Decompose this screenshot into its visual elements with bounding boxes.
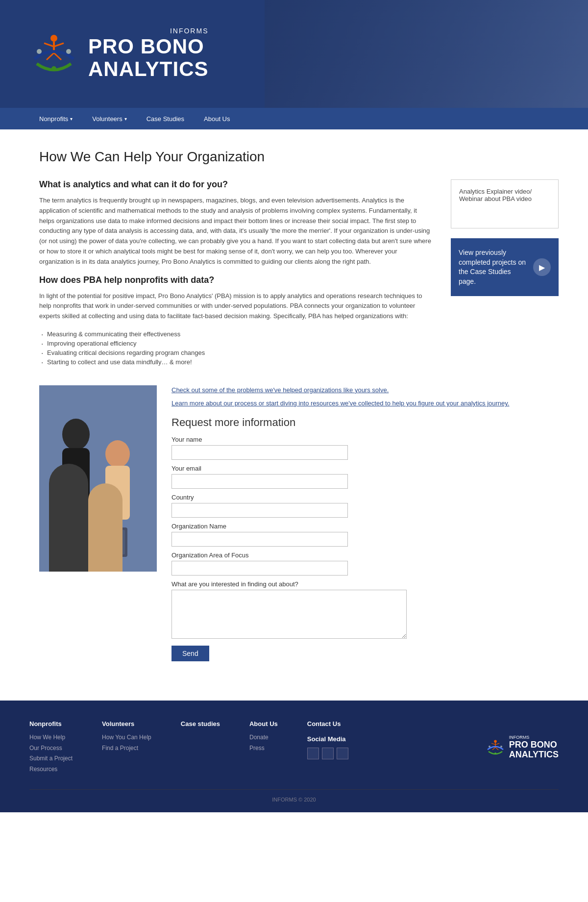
page-title: How We Can Help Your Organization <box>39 149 559 165</box>
sidebar-case-studies-box[interactable]: View previously completed projects on th… <box>451 238 559 296</box>
input-org-name[interactable] <box>172 532 348 547</box>
section2-bullets: Measuring & communicating their effectiv… <box>39 329 431 367</box>
svg-rect-14 <box>105 466 130 520</box>
svg-line-20 <box>495 743 499 745</box>
send-button[interactable]: Send <box>172 646 209 661</box>
content-left-col: What is analytics and what can it do for… <box>39 179 431 371</box>
input-name[interactable] <box>172 445 348 460</box>
label-country: Country <box>172 494 559 501</box>
nav-volunteers[interactable]: Volunteers ▾ <box>82 108 136 129</box>
footer-logo-text: informs PRO BONO ANALYTICS <box>509 735 559 759</box>
bullet-item: Evaluating critical decisions regarding … <box>39 348 431 357</box>
play-button[interactable]: ▶ <box>533 258 551 276</box>
svg-point-7 <box>66 49 71 54</box>
section1-heading: What is analytics and what can it do for… <box>39 179 431 190</box>
label-org-focus: Organization Area of Focus <box>172 551 559 559</box>
nav-nonprofits[interactable]: Nonprofits ▾ <box>29 108 82 129</box>
svg-rect-12 <box>62 448 90 507</box>
label-org-name: Organization Name <box>172 523 559 530</box>
social-media-icons <box>307 748 348 759</box>
input-org-focus[interactable] <box>172 561 348 576</box>
bottom-section: Check out some of the problems we've hel… <box>39 385 559 661</box>
section1-body: The term analytics is frequently brought… <box>39 196 431 267</box>
photo-svg <box>39 385 157 572</box>
svg-line-3 <box>54 43 64 47</box>
svg-point-23 <box>489 746 490 748</box>
svg-line-2 <box>44 43 54 47</box>
footer-logo-icon <box>486 739 505 756</box>
svg-line-4 <box>47 53 54 60</box>
label-email: Your email <box>172 465 559 472</box>
main-content: How We Can Help Your Organization What i… <box>0 129 588 681</box>
input-country[interactable] <box>172 503 348 518</box>
section2-body: In light of the potential for positive i… <box>39 291 431 322</box>
sidebar: Analytics Explainer video/ Webinar about… <box>451 179 559 371</box>
svg-point-11 <box>62 419 90 450</box>
svg-line-22 <box>495 747 498 750</box>
footer-col-nonprofits: Nonprofits How We Help Our Process Submi… <box>29 720 73 775</box>
section2-heading: How does PBA help nonprofits with data? <box>39 275 431 285</box>
header-logo-area: informs PRO BONO ANALYTICS <box>29 27 208 80</box>
svg-point-0 <box>50 35 57 42</box>
textarea-interest[interactable] <box>172 590 407 639</box>
pba-logo-icon <box>29 34 78 74</box>
footer-col-contact: Contact Us Social Media <box>307 720 348 775</box>
svg-point-8 <box>51 66 56 71</box>
svg-point-25 <box>494 752 496 754</box>
svg-line-5 <box>54 53 61 60</box>
site-footer: Nonprofits How We Help Our Process Submi… <box>0 701 588 812</box>
social-icon-2[interactable] <box>322 748 334 759</box>
nav-about-us[interactable]: About Us <box>194 108 240 129</box>
main-nav: Nonprofits ▾ Volunteers ▾ Case Studies A… <box>0 108 588 129</box>
footer-col-volunteers: Volunteers How You Can Help Find a Proje… <box>102 720 151 775</box>
form-title: Request more information <box>172 416 559 429</box>
bullet-item: Measuring & communicating their effectiv… <box>39 329 431 339</box>
svg-line-21 <box>492 747 495 750</box>
sidebar-video-box[interactable]: Analytics Explainer video/ Webinar about… <box>451 179 559 228</box>
right-form-section: Check out some of the problems we've hel… <box>172 385 559 661</box>
site-header: informs PRO BONO ANALYTICS <box>0 0 588 108</box>
photo-placeholder <box>39 385 157 572</box>
footer-logo: informs PRO BONO ANALYTICS <box>486 720 559 775</box>
content-two-col: What is analytics and what can it do for… <box>39 179 559 371</box>
chevron-down-icon: ▾ <box>70 116 73 122</box>
svg-point-24 <box>500 746 502 748</box>
footer-columns: Nonprofits How We Help Our Process Submi… <box>29 720 559 775</box>
footer-col-case-studies: Case studies <box>181 720 220 775</box>
svg-line-19 <box>491 743 495 745</box>
logo-text: informs PRO BONO ANALYTICS <box>88 27 208 80</box>
svg-point-6 <box>37 49 42 54</box>
link-problems[interactable]: Check out some of the problems we've hel… <box>172 385 559 395</box>
social-icon-1[interactable] <box>307 748 319 759</box>
svg-point-17 <box>494 740 497 743</box>
bullet-item: Improving operational efficiency <box>39 339 431 348</box>
svg-rect-15 <box>69 527 127 557</box>
chevron-down-icon: ▾ <box>124 116 127 122</box>
footer-copyright: INFORMS © 2020 <box>29 789 559 802</box>
svg-point-13 <box>105 440 130 468</box>
input-email[interactable] <box>172 474 348 489</box>
link-process[interactable]: Learn more about our process or start di… <box>172 399 559 408</box>
svg-rect-16 <box>71 530 125 554</box>
label-interest: What are you interested in finding out a… <box>172 580 559 588</box>
footer-col-about: About Us Donate Press <box>249 720 278 775</box>
social-icon-3[interactable] <box>337 748 348 759</box>
team-photo <box>39 385 157 572</box>
svg-rect-10 <box>39 385 157 572</box>
nav-case-studies[interactable]: Case Studies <box>137 108 194 129</box>
label-name: Your name <box>172 436 559 443</box>
bullet-item: Starting to collect and use data mindful… <box>39 357 431 367</box>
